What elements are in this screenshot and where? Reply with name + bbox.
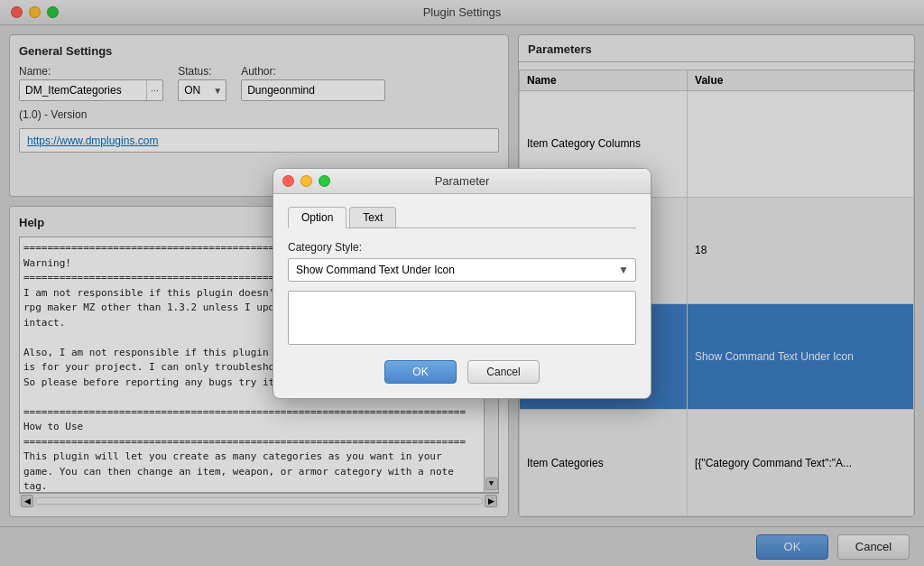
category-style-label: Category Style: <box>288 241 636 254</box>
modal-textarea[interactable] <box>288 291 636 345</box>
modal-title-bar: Parameter <box>273 169 651 194</box>
category-style-select-wrapper: Show Command Text Under Icon Show Icon O… <box>288 258 636 282</box>
category-style-select[interactable]: Show Command Text Under Icon Show Icon O… <box>288 258 636 282</box>
modal-title: Parameter <box>435 174 490 188</box>
tab-text[interactable]: Text <box>349 207 396 227</box>
modal-min-button[interactable] <box>300 175 312 187</box>
modal-close-button[interactable] <box>282 175 294 187</box>
modal-ok-button[interactable]: OK <box>384 360 457 384</box>
modal-buttons: OK Cancel <box>288 360 636 384</box>
modal-body: Option Text Category Style: Show Command… <box>273 194 651 398</box>
tab-option[interactable]: Option <box>288 207 346 228</box>
modal-max-button[interactable] <box>319 175 330 187</box>
modal-cancel-button[interactable]: Cancel <box>467 360 540 384</box>
modal-overlay: Parameter Option Text Category Style: Sh… <box>0 0 924 566</box>
modal-window-controls <box>282 175 330 187</box>
modal-tabs: Option Text <box>288 207 636 228</box>
parameter-modal: Parameter Option Text Category Style: Sh… <box>273 168 651 399</box>
